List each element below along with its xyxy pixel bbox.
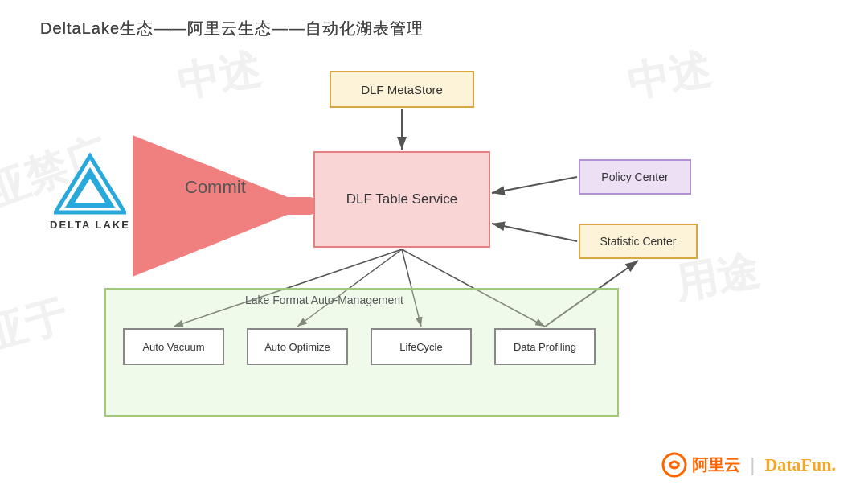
lifecycle-box: LifeCycle <box>371 328 472 365</box>
aliyun-logo: 阿里云 <box>661 452 740 478</box>
data-profiling-label: Data Profiling <box>514 341 576 353</box>
auto-vacuum-box: Auto Vacuum <box>123 328 224 365</box>
policy-center-box: Policy Center <box>579 159 691 195</box>
page-title-display: DeltaLake生态——阿里云生态——自动化湖表管理 <box>40 18 424 39</box>
lifecycle-label: LifeCycle <box>399 341 442 353</box>
lake-format-label: Lake Format Auto-Management <box>245 294 403 306</box>
delta-triangle-icon <box>54 153 126 216</box>
statistic-center-box: Statistic Center <box>579 224 698 259</box>
dlf-table-service-label: DLF Table Service <box>346 191 458 208</box>
delta-lake-text: DELTA LAKE <box>50 219 130 231</box>
delta-lake-logo: DELTA LAKE <box>50 153 130 231</box>
commit-label: Commit <box>185 177 246 198</box>
policy-center-label: Policy Center <box>601 171 668 183</box>
dlf-metastore-label: DLF MetaStore <box>361 83 443 97</box>
dlf-table-service-box: DLF Table Service <box>313 151 490 248</box>
svg-point-15 <box>663 454 686 476</box>
datafun-logo: DataFun. <box>764 454 836 475</box>
commit-section: Commit <box>185 177 246 204</box>
auto-optimize-label: Auto Optimize <box>264 341 330 353</box>
aliyun-icon <box>661 452 687 478</box>
branding-section: 阿里云 | DataFun. <box>661 452 836 478</box>
branding-divider: | <box>750 454 755 476</box>
data-profiling-box: Data Profiling <box>494 328 596 365</box>
statistic-center-label: Statistic Center <box>600 235 677 248</box>
auto-optimize-box: Auto Optimize <box>247 328 348 365</box>
dlf-metastore-box: DLF MetaStore <box>330 71 474 108</box>
aliyun-text: 阿里云 <box>692 454 740 476</box>
auto-vacuum-label: Auto Vacuum <box>142 341 204 353</box>
